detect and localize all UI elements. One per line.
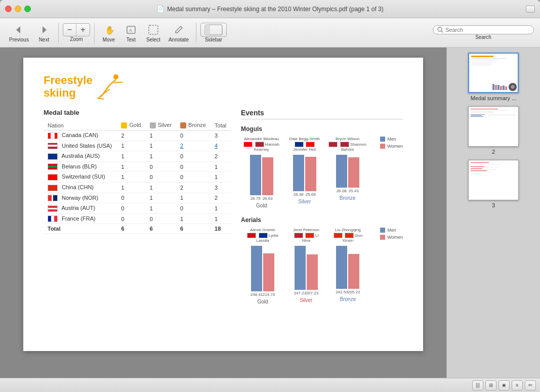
restore-button[interactable] [526,6,535,13]
moguls-silver-athletes: Dale Begg-Smith Jennifer Heil [287,137,322,153]
bronze-cell: 1 [176,193,211,203]
annotate-button[interactable]: Annotate [165,22,192,43]
col-gold: Gold [117,120,145,130]
bottom-list-btn[interactable]: ≡ [512,380,523,390]
aerials-bronze-athletes: Liu Zhongqing Guo Xinxin [328,228,368,244]
svg-text:✋: ✋ [105,25,114,35]
toolbar: Previous Next − + Zoom ✋ Move [0,18,540,48]
nation-cell: Norway (NOR) [44,193,117,203]
move-button[interactable]: ✋ Move [99,22,119,43]
silver-cell: 1 [146,203,176,214]
aerials-chart-groups: Alexei Grishin Lydia Lassila [241,228,368,304]
total-cell: 3 [211,183,231,193]
bottom-bar: ||| ⊞ ▣ ≡ ✏ [0,378,540,392]
zoom-out-button[interactable]: − [63,24,76,36]
sidebar-toggle[interactable]: Sidebar [200,23,227,42]
total-gold: 6 [117,224,145,234]
thumbnail-page1[interactable]: ⚙ Medal summary ... [451,53,536,101]
window-title: 📄 Medal summary – Freestyle skiing at th… [156,5,384,13]
previous-button[interactable]: Previous [6,22,32,43]
gold-cell: 2 [117,130,145,141]
moguls-bronze-men-bar: 26.08 [336,155,347,193]
next-button[interactable]: Next [34,22,54,43]
nation-cell: Belarus (BLR) [44,161,117,172]
silver-cell: 1 [146,130,176,141]
thumbnail-page2[interactable]: 2 [451,106,536,155]
thumbnail-page3[interactable]: 3 [451,160,536,208]
moguls-bronze-athletes: Bryon Wilson Shannon Bahrke [327,137,368,153]
events-title: Events [241,109,403,119]
moguls-bronze-label: Bronze [340,195,356,201]
thumb-img-2 [468,106,519,147]
moguls-silver-men-bar: 26.38 [293,155,304,197]
total-cell: 2 [211,193,231,203]
minimize-button[interactable] [15,6,21,12]
medal-table-title: Medal table [44,109,231,116]
total-sum: 18 [211,224,231,234]
legend-men: Men [380,137,403,142]
svg-marker-1 [43,26,47,33]
moguls-section: Moguls Alexandre Bilodeau [241,125,403,208]
men-color-swatch [380,137,385,142]
aerials-silver-group: Jeret Peterson Li Nina [289,228,323,304]
gold-cell: 1 [117,183,145,193]
aerials-chart-row: Alexei Grishin Lydia Lassila [241,228,403,304]
nation-name: Canada (CAN) [62,132,98,138]
thumb-label-3: 3 [492,202,495,208]
close-button[interactable] [5,6,12,12]
sidebar-icon [200,23,227,37]
gold-cell: 1 [117,172,145,183]
nation-name: France (FRA) [62,215,96,222]
bottom-sidebar-btn[interactable]: ||| [472,380,483,390]
medal-table: Nation Gold Silver Bronze [44,120,231,234]
select-button[interactable]: Select [143,22,163,43]
moguls-gold-women-bar: 26.63 [262,157,273,201]
bronze-cell: 0 [176,172,211,183]
moguls-bronze-group: Bryon Wilson Shannon Bahrke [327,137,368,208]
moguls-gold-men-bar: 26.75 [250,155,261,201]
title-bar: 📄 Medal summary – Freestyle skiing at th… [0,0,540,18]
flag-fra [48,215,58,222]
zoom-in-button[interactable]: + [76,24,90,36]
bronze-cell: 2 [176,141,211,151]
aerials-title: Aerials [241,216,403,224]
freestyle-title-line1: Freestyle [44,74,93,86]
nation-name: Switzerland (SUI) [62,173,105,180]
flag-usa [48,143,58,149]
skier-icon [95,73,125,101]
flag-nor [48,195,58,201]
nation-name: China (CHN) [62,184,94,190]
silver-cell: 0 [146,213,176,224]
moguls-gold-bars: 26.75 26.63 [250,155,273,201]
forward-icon [37,23,51,37]
aerials-silver-bars: 247.23 207.23 [295,246,318,295]
traffic-lights [5,6,31,12]
select-icon [146,23,160,37]
total-bronze: 6 [176,224,211,234]
flag-aut [48,205,58,212]
nation-name: Belarus (BLR) [62,163,97,169]
col-silver: Silver [146,120,176,130]
aerials-men-swatch [380,228,385,233]
moguls-gold-label: Gold [256,203,267,208]
pencil-icon [172,23,186,37]
col-nation: Nation [44,120,117,130]
maximize-button[interactable] [24,6,31,12]
table-row: Austria (AUT) 0 1 0 1 [44,203,231,214]
search-input-wrap [433,25,534,34]
text-button[interactable]: A Text [121,22,141,43]
nation-cell: Canada (CAN) [44,130,117,141]
moguls-title: Moguls [241,125,403,133]
search-icon [437,27,443,33]
col-total: Total [211,120,231,130]
hand-icon: ✋ [102,23,116,37]
bottom-edit-btn[interactable]: ✏ [525,380,536,390]
aerials-section: Aerials Alexei Grishin [241,216,403,304]
nation-name: Australia (AUS) [61,153,100,159]
flag-aus [48,153,58,160]
search-input[interactable] [445,27,529,33]
total-cell: 3 [211,130,231,141]
bottom-split-btn[interactable]: ▣ [499,380,510,390]
bottom-grid-btn[interactable]: ⊞ [485,380,496,390]
table-row: Norway (NOR) 0 1 1 2 [44,193,231,203]
